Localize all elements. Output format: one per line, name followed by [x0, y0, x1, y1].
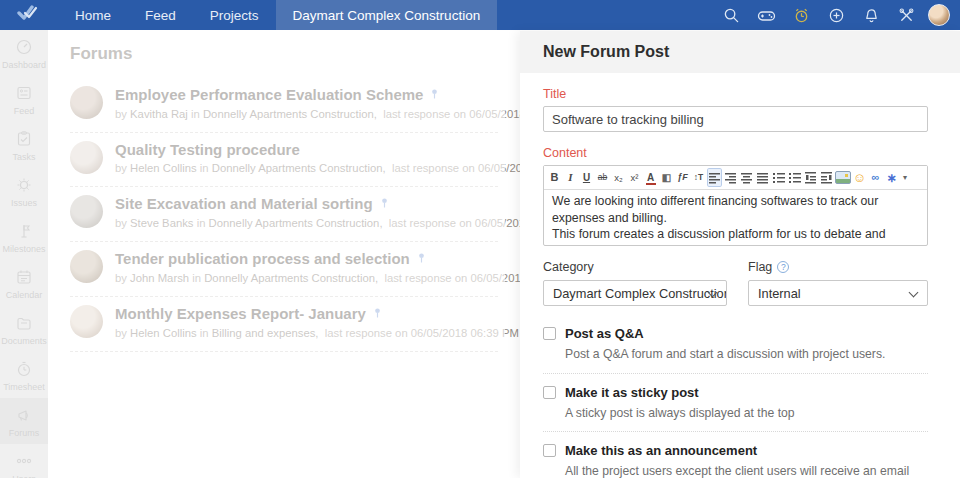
bullet-list-icon[interactable]: .	[771, 168, 786, 187]
nav-item-daymart-complex-construction[interactable]: Daymart Complex Construction	[276, 0, 498, 30]
editor-toolbar: BIUabx₂x²A◧ƒF↕T.........☺∞∗▾	[544, 166, 927, 190]
forum-title[interactable]: Site Excavation and Material sorting	[115, 195, 373, 212]
issues-icon	[15, 176, 33, 194]
timer-icon[interactable]	[788, 2, 814, 28]
option-post-as-q-a: Post as Q&APost a Q&A forum and start a …	[543, 324, 928, 374]
title-input[interactable]	[543, 106, 928, 132]
forum-project[interactable]: Donnelly Apartments Construction,	[209, 217, 383, 229]
sidebar-item-dashboard[interactable]: Dashboard	[0, 30, 48, 76]
content-textarea[interactable]: We are looking into different financing …	[544, 190, 927, 245]
forum-author[interactable]: John Marsh	[130, 272, 189, 284]
left-sidebar: DashboardFeedTasksIssuesMilestonesCalend…	[0, 30, 48, 478]
author-avatar	[70, 141, 103, 174]
forum-title[interactable]: Monthly Expenses Report- January	[115, 305, 366, 322]
outdent-icon[interactable]: .	[803, 168, 818, 187]
forum-author[interactable]: Kavitha Raj	[130, 108, 188, 120]
flag-label: Flag	[748, 260, 772, 274]
sidebar-item-milestones[interactable]: Milestones	[0, 214, 48, 260]
forum-item[interactable]: Monthly Expenses Report- Januaryby Helen…	[70, 297, 498, 352]
option-make-it-as-sticky-post: Make it as sticky postA sticky post is a…	[543, 383, 928, 433]
italic-icon[interactable]: I	[563, 168, 578, 187]
sidebar-item-users[interactable]: Users	[0, 444, 48, 478]
sidebar-item-documents[interactable]: Documents	[0, 306, 48, 352]
forum-item[interactable]: Employee Performance Evaluation Schemeby…	[70, 78, 498, 133]
forum-author[interactable]: Steve Banks	[130, 217, 193, 229]
forum-byline: by John Marsh in Donnelly Apartments Con…	[115, 272, 578, 284]
divider	[543, 431, 928, 432]
forum-byline: by Helen Collins in Donnelly Apartments …	[115, 162, 586, 174]
justify-icon[interactable]: .	[755, 168, 770, 187]
user-avatar[interactable]	[928, 4, 950, 26]
align-right-icon[interactable]: .	[723, 168, 738, 187]
author-avatar	[70, 305, 103, 338]
forum-title[interactable]: Employee Performance Evaluation Scheme	[115, 86, 423, 103]
option-make-this-as-an-announcement: Make this as an announcementAll the proj…	[543, 441, 928, 478]
category-select[interactable]: Daymart Complex Construction	[543, 280, 727, 306]
highlight-color-icon[interactable]: ◧	[659, 168, 674, 187]
notifications-icon[interactable]	[858, 2, 884, 28]
author-avatar	[70, 86, 103, 119]
games-icon[interactable]	[753, 2, 779, 28]
nav-item-projects[interactable]: Projects	[193, 0, 276, 30]
forum-project[interactable]: Donnelly Apartments Construction,	[203, 108, 377, 120]
emoji-icon[interactable]: ☺	[852, 168, 867, 187]
pin-icon	[417, 250, 426, 268]
pin-icon	[430, 86, 439, 104]
forum-item[interactable]: Site Excavation and Material sortingby S…	[70, 187, 498, 242]
align-center-icon[interactable]: .	[739, 168, 754, 187]
underline-icon[interactable]: U	[579, 168, 594, 187]
checkbox[interactable]	[543, 327, 556, 340]
pin-icon	[380, 195, 389, 213]
font-color-icon[interactable]: A	[643, 168, 658, 187]
checkbox[interactable]	[543, 444, 556, 457]
content-label: Content	[543, 146, 928, 160]
sidebar-item-forums[interactable]: Forums	[0, 398, 48, 444]
megaphone-icon	[15, 406, 33, 424]
bold-icon[interactable]: B	[547, 168, 562, 187]
insert-image-icon[interactable]: .	[835, 171, 851, 184]
flag-help-icon[interactable]: ?	[777, 261, 789, 273]
sidebar-item-calendar[interactable]: Calendar	[0, 260, 48, 306]
sidebar-item-feed[interactable]: Feed	[0, 76, 48, 122]
forum-title[interactable]: Tender publication process and selection	[115, 250, 410, 267]
nav-item-feed[interactable]: Feed	[128, 0, 193, 30]
flag-select[interactable]: Internal	[748, 280, 928, 306]
search-icon[interactable]	[718, 2, 744, 28]
superscript-icon[interactable]: x²	[627, 168, 642, 187]
toolbar-more-icon[interactable]: ▾	[900, 168, 910, 187]
forum-item[interactable]: Quality Testing procedureby Helen Collin…	[70, 133, 498, 187]
font-family-icon[interactable]: ƒF	[675, 168, 690, 187]
forum-author[interactable]: Helen Collins	[130, 162, 197, 174]
author-avatar	[70, 195, 103, 228]
forum-title[interactable]: Quality Testing procedure	[115, 141, 300, 158]
forum-byline: by Helen Collins in Billing and expenses…	[115, 327, 519, 339]
font-size-icon[interactable]: ↕T	[691, 168, 706, 187]
pin-icon	[373, 305, 382, 323]
sidebar-item-tasks[interactable]: Tasks	[0, 122, 48, 168]
documents-icon	[15, 314, 33, 332]
insert-link-icon[interactable]: ∞	[868, 168, 883, 187]
divider	[543, 373, 928, 374]
subscript-icon[interactable]: x₂	[611, 168, 626, 187]
forum-project[interactable]: Donnelly Apartments Construction,	[212, 162, 386, 174]
forum-project[interactable]: Billing and expenses,	[212, 327, 319, 339]
rich-text-editor: BIUabx₂x²A◧ƒF↕T.........☺∞∗▾ We are look…	[543, 165, 928, 246]
checkbox[interactable]	[543, 386, 556, 399]
strikethrough-icon[interactable]: ab	[595, 168, 610, 187]
forum-project[interactable]: Donnelly Apartments Construction,	[204, 272, 378, 284]
forum-item[interactable]: Tender publication process and selection…	[70, 242, 498, 297]
special-icon[interactable]: ∗	[884, 168, 899, 187]
add-icon[interactable]	[823, 2, 849, 28]
align-left-icon[interactable]: .	[707, 168, 722, 187]
nav-item-home[interactable]: Home	[58, 0, 128, 30]
brand-logo[interactable]	[0, 0, 58, 30]
indent-icon[interactable]: .	[819, 168, 834, 187]
forum-author[interactable]: Helen Collins	[130, 327, 197, 339]
sidebar-item-issues[interactable]: Issues	[0, 168, 48, 214]
tasks-icon	[15, 130, 33, 148]
numbered-list-icon[interactable]: .	[787, 168, 802, 187]
tools-icon[interactable]	[893, 2, 919, 28]
sidebar-item-timesheet[interactable]: Timesheet	[0, 352, 48, 398]
milestone-flag-icon	[15, 222, 33, 240]
forums-list-panel: Forums Employee Performance Evaluation S…	[48, 30, 505, 478]
